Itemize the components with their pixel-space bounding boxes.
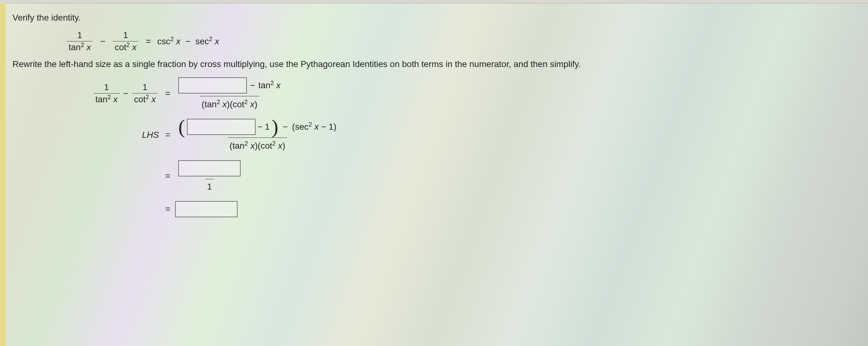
identity-rhs: csc2 x − sec2 x [157,36,219,46]
identity-equation: 1 tan2 x − 1 cot2 x = csc2 x − sec2 x [65,30,219,52]
lhs-label: LHS [142,130,159,140]
step1-fraction: − tan2 x (tan2 x)(cot2 x) [177,77,282,109]
step-2-lhs: LHS [65,130,163,140]
left-accent-bar [0,3,6,346]
step3-den: 1 [206,179,214,192]
step2-fraction: ( − 1 ) − (sec2 x − 1) (tan2 x)(cot2 x) [177,119,338,151]
step3-equals: = [165,171,170,181]
equals-op: = [146,36,151,46]
step-1-row: 1 tan2 x − 1 cot2 x = [65,77,856,109]
question-content: Verify the identity. 1 tan2 x − 1 cot2 x… [0,3,868,239]
step-3-row: = 1 [65,160,856,192]
step1-lhs-frac1: 1 tan2 x [93,82,120,104]
prompt-text: Verify the identity. [12,13,856,23]
open-paren-icon: ( [178,119,185,135]
frac1-den: tan2 x [67,41,93,52]
instruction-text: Rewrite the left-hand size as a single f… [12,59,856,69]
step-2-rhs: ( − 1 ) − (sec2 x − 1) (tan2 x)(cot2 x) [175,119,339,151]
step-1-rhs: − tan2 x (tan2 x)(cot2 x) [175,77,284,109]
step3-fraction: 1 [177,160,243,192]
step4-equals: = [165,204,170,214]
step-4-row: = [65,201,856,217]
identity-lhs-frac2: 1 cot2 x [113,30,138,52]
minus-op: − [100,36,105,46]
identity-lhs-frac1: 1 tan2 x [67,30,93,52]
frac1-num: 1 [75,30,84,41]
step-2-row: LHS = ( − 1 ) − (sec2 x − 1) [65,119,856,151]
close-paren-icon: ) [272,119,278,135]
step1-lhs-frac2: 1 cot2 x [132,82,158,104]
answer-input-4[interactable] [175,201,238,217]
answer-input-2[interactable] [187,119,255,135]
answer-input-3[interactable] [178,160,241,177]
work-area: 1 tan2 x − 1 cot2 x = [65,77,856,217]
top-border [0,0,868,3]
step-1-lhs: 1 tan2 x − 1 cot2 x [65,82,163,104]
frac2-num: 1 [121,30,130,41]
answer-input-1[interactable] [178,77,247,94]
frac2-den: cot2 x [113,41,138,52]
step1-equals: = [165,89,170,98]
step2-equals: = [165,130,170,140]
step-4-rhs [175,201,238,217]
step-3-rhs: 1 [175,160,244,192]
